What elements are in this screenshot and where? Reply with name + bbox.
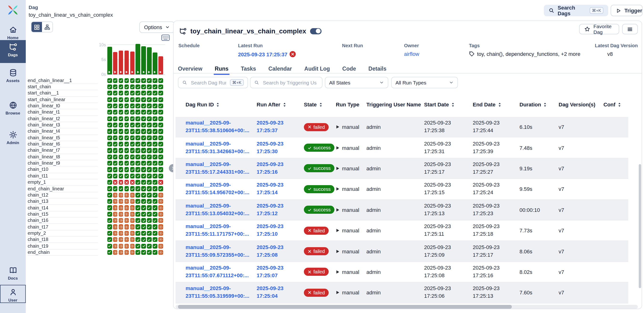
task-instance-success[interactable] [124,97,129,102]
task-instance-upstream_failed[interactable] [130,212,134,216]
task-instance-success[interactable] [153,167,157,172]
task-instance-upstream_failed[interactable] [119,206,123,210]
task-name[interactable]: chain_t13 [28,198,98,205]
task-instance-success[interactable] [158,135,163,140]
task-name[interactable]: chain_linear_t0 [28,102,98,110]
sidebar-item-user[interactable]: User [0,285,26,303]
sidebar-item-browse[interactable]: Browse [0,98,26,118]
task-instance-success[interactable] [113,78,118,83]
task-instance-success[interactable] [136,97,140,102]
horizontal-scrollbar-thumb[interactable] [178,305,512,309]
task-instance-success[interactable] [136,244,140,248]
task-name[interactable]: chain_t17 [28,224,98,230]
task-instance-success[interactable] [153,186,157,191]
column-header-triggering-user-name[interactable]: Triggering User Name [366,100,422,109]
task-instance-success[interactable] [130,142,134,146]
dag-run-row[interactable]: manual__2025-09-23T11:55:09.572355+00:..… [176,241,628,262]
sidebar-item-docs[interactable]: Docs [0,264,26,284]
task-instance-success[interactable] [153,110,157,115]
task-instance-upstream_failed[interactable] [158,212,163,216]
task-instance-upstream_failed[interactable] [124,212,129,216]
task-instance-success[interactable] [136,148,140,153]
task-instance-upstream_failed[interactable] [130,224,134,229]
task-instance-success[interactable] [153,206,157,210]
task-instance-upstream_failed[interactable] [130,250,134,255]
task-instance-success[interactable] [119,161,123,166]
column-header-conf[interactable]: Conf [604,100,636,109]
task-instance-success[interactable] [113,186,118,191]
sidebar-item-dags[interactable]: Dags [0,40,26,63]
task-instance-success[interactable] [142,161,146,166]
task-instance-success[interactable] [136,122,140,128]
search-triggering-user-input[interactable] [250,77,322,88]
task-instance-success[interactable] [107,91,112,96]
task-instance-success[interactable] [147,250,152,255]
task-instance-success[interactable] [142,110,146,115]
task-instance-success[interactable] [158,97,163,102]
task-instance-success[interactable] [142,148,146,153]
task-instance-success[interactable] [153,135,157,140]
task-instance-success[interactable] [147,135,152,140]
task-name[interactable]: end_chain_linear__1 [28,77,98,84]
task-instance-success[interactable] [147,180,152,185]
task-instance-success[interactable] [113,97,118,102]
dag-run-id-link[interactable]: manual__2025-09-23T11:55:05.319599+00:..… [186,285,251,300]
task-instance-upstream_failed[interactable] [158,193,163,198]
task-instance-upstream_failed[interactable] [124,231,129,236]
task-instance-upstream_failed[interactable] [158,231,163,236]
task-instance-success[interactable] [107,129,112,134]
task-instance-success[interactable] [119,154,123,159]
task-instance-upstream_failed[interactable] [124,206,129,210]
task-instance-success[interactable] [142,224,146,229]
task-instance-upstream_failed[interactable] [113,212,118,216]
task-instance-upstream_failed[interactable] [124,244,129,248]
task-instance-success[interactable] [136,84,140,89]
task-instance-success[interactable] [153,250,157,255]
task-instance-success[interactable] [107,199,112,204]
task-instance-success[interactable] [153,193,157,198]
task-instance-success[interactable] [136,154,140,159]
task-instance-success[interactable] [119,142,123,146]
task-instance-failed[interactable] [113,180,118,185]
task-instance-upstream_failed[interactable] [119,218,123,223]
run-duration-bar[interactable] [153,52,157,74]
run-duration-bar[interactable] [136,44,140,74]
run-after-link[interactable]: 2025-09-23 17:25:16 [257,161,292,176]
task-instance-success[interactable] [130,84,134,89]
task-instance-success[interactable] [153,129,157,134]
task-instance-success[interactable] [136,199,140,204]
task-instance-success[interactable] [158,78,163,83]
task-instance-upstream_failed[interactable] [124,199,129,204]
task-instance-success[interactable] [130,78,134,83]
task-instance-upstream_failed[interactable] [158,218,163,223]
dag-run-row[interactable]: manual__2025-09-23T11:55:11.171757+00:..… [176,220,628,241]
task-instance-success[interactable] [107,97,112,102]
task-instance-success[interactable] [107,180,112,185]
task-instance-success[interactable] [124,167,129,172]
task-instance-success[interactable] [107,116,112,121]
task-instance-success[interactable] [147,97,152,102]
run-duration-bar[interactable] [119,51,123,74]
task-instance-success[interactable] [119,148,123,153]
task-instance-success[interactable] [107,154,112,159]
task-name[interactable]: chain_t18 [28,236,98,243]
favorite-dag-button[interactable]: Favorite Dag [579,24,619,34]
task-instance-success[interactable] [142,135,146,140]
dag-run-row[interactable]: manual__2025-09-23T11:55:13.054032+00:..… [176,200,628,220]
task-name[interactable]: chain_linear_t9 [28,160,98,167]
run-after-link[interactable]: 2025-09-23 17:25:07 [257,264,292,280]
task-instance-success[interactable] [142,91,146,96]
task-instance-upstream_failed[interactable] [119,193,123,198]
task-instance-success[interactable] [130,104,134,108]
task-instance-success[interactable] [142,218,146,223]
task-instance-upstream_failed[interactable] [130,218,134,223]
grid-view-button[interactable] [32,22,42,32]
run-duration-bar[interactable] [158,56,163,74]
task-instance-success[interactable] [107,224,112,229]
task-instance-success[interactable] [147,104,152,108]
dag-run-id-link[interactable]: manual__2025-09-23T11:55:07.671112+00:..… [186,264,251,280]
task-instance-success[interactable] [153,231,157,236]
task-instance-success[interactable] [158,148,163,153]
task-instance-upstream_failed[interactable] [158,199,163,204]
task-instance-success[interactable] [142,206,146,210]
